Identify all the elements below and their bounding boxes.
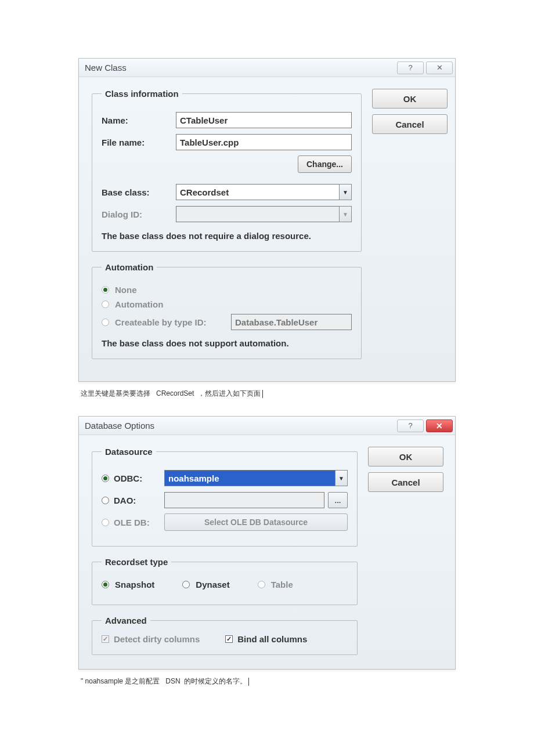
- dao-browse-button[interactable]: ...: [328, 492, 348, 508]
- group-legend: Advanced: [102, 616, 150, 625]
- name-input[interactable]: [176, 112, 352, 128]
- detect-dirty-label: Detect dirty columns: [114, 634, 200, 644]
- odbc-value[interactable]: [164, 470, 335, 486]
- checkbox-icon[interactable]: [225, 635, 233, 643]
- radio-icon: [258, 581, 265, 588]
- detect-dirty-checkbox: Detect dirty columns: [102, 634, 200, 644]
- oledb-label: OLE DB:: [114, 518, 150, 527]
- checkbox-icon: [102, 635, 109, 643]
- close-button[interactable]: ✕: [426, 419, 453, 432]
- new-class-dialog: New Class ? ✕ Class information Name: Fi…: [78, 58, 456, 382]
- titlebar: New Class ? ✕: [79, 59, 455, 77]
- dynaset-label: Dynaset: [196, 580, 229, 589]
- radio-dynaset[interactable]: Dynaset: [182, 580, 229, 589]
- type-id-input: [231, 314, 352, 330]
- dialog-id-select: ▼: [176, 206, 352, 222]
- odbc-select[interactable]: ▼: [164, 470, 348, 486]
- radio-automation-label: Automation: [115, 299, 163, 309]
- radio-automation: Automation: [102, 299, 352, 309]
- titlebar: Database Options ? ✕: [79, 417, 455, 435]
- automation-note: The base class does not support automati…: [102, 338, 352, 348]
- oledb-row: OLE DB: Select OLE DB Datasource: [102, 513, 348, 531]
- dialog-title: New Class: [85, 63, 397, 73]
- cancel-button[interactable]: Cancel: [372, 114, 448, 134]
- close-button[interactable]: ✕: [426, 62, 453, 74]
- radio-snapshot[interactable]: Snapshot: [102, 580, 154, 589]
- ok-button[interactable]: OK: [372, 89, 448, 108]
- radio-table: Table: [258, 580, 293, 589]
- chevron-down-icon: ▼: [339, 206, 352, 222]
- text-cursor: [248, 678, 249, 686]
- radio-icon: [102, 286, 109, 294]
- bind-all-checkbox[interactable]: Bind all columns: [225, 634, 307, 644]
- close-icon: ✕: [436, 63, 443, 72]
- dao-label: DAO:: [114, 495, 136, 505]
- class-information-group: Class information Name: File name: Chang…: [92, 89, 362, 252]
- dialog-title: Database Options: [85, 421, 397, 431]
- chevron-down-icon[interactable]: ▼: [335, 470, 348, 486]
- dialog-id-label: Dialog ID:: [102, 209, 176, 219]
- automation-group: Automation None Automation Createable by…: [92, 262, 362, 359]
- help-icon: ?: [408, 63, 412, 72]
- recordset-type-group: Recordset type Snapshot Dynaset Table: [92, 557, 358, 605]
- group-legend: Recordset type: [102, 557, 171, 567]
- name-label: Name:: [102, 115, 176, 125]
- advanced-group: Advanced Detect dirty columns Bind all c…: [92, 616, 358, 655]
- group-legend: Class information: [102, 89, 182, 99]
- radio-createable-label: Createable by type ID:: [115, 317, 225, 327]
- odbc-label: ODBC:: [114, 473, 142, 483]
- base-class-select[interactable]: ▼: [176, 184, 352, 200]
- file-name-input[interactable]: [176, 134, 352, 150]
- snapshot-label: Snapshot: [115, 580, 154, 589]
- base-class-value[interactable]: [176, 184, 339, 200]
- dialog-id-value: [176, 206, 339, 222]
- radio-none-label: None: [115, 285, 137, 295]
- dao-row[interactable]: DAO: ...: [102, 491, 348, 509]
- radio-icon: [102, 319, 109, 326]
- cancel-button[interactable]: Cancel: [368, 472, 443, 492]
- radio-icon[interactable]: [102, 497, 109, 504]
- table-label: Table: [271, 580, 293, 589]
- help-button[interactable]: ?: [397, 419, 424, 432]
- radio-icon: [102, 519, 109, 526]
- close-icon: ✕: [436, 421, 443, 431]
- select-oledb-button: Select OLE DB Datasource: [164, 513, 348, 531]
- help-button[interactable]: ?: [397, 62, 424, 74]
- bind-all-label: Bind all columns: [237, 634, 307, 644]
- radio-none: None: [102, 285, 352, 295]
- text-cursor: [262, 390, 263, 398]
- odbc-row[interactable]: ODBC: ▼: [102, 469, 348, 487]
- radio-createable: Createable by type ID:: [102, 314, 352, 330]
- radio-icon[interactable]: [102, 475, 109, 482]
- base-class-label: Base class:: [102, 187, 176, 197]
- group-legend: Datasource: [102, 447, 156, 457]
- chevron-down-icon[interactable]: ▼: [339, 184, 352, 200]
- radio-icon[interactable]: [102, 581, 109, 588]
- database-options-dialog: Database Options ? ✕ Datasource ODBC: ▼: [78, 416, 456, 670]
- caption-2: " noahsample 是之前配置 DSN 的时候定义的名字。: [81, 677, 456, 686]
- change-button[interactable]: Change...: [298, 155, 352, 173]
- dao-value: [164, 492, 324, 508]
- caption-1: 这里关键是基类要选择 CRecordSet ，然后进入如下页面: [81, 389, 456, 399]
- file-name-label: File name:: [102, 138, 176, 147]
- dialog-resource-note: The base class does not require a dialog…: [102, 231, 352, 241]
- datasource-group: Datasource ODBC: ▼: [92, 447, 358, 547]
- radio-icon[interactable]: [182, 581, 190, 588]
- help-icon: ?: [408, 421, 412, 430]
- group-legend: Automation: [102, 262, 157, 272]
- ok-button[interactable]: OK: [368, 447, 443, 466]
- radio-icon: [102, 301, 109, 308]
